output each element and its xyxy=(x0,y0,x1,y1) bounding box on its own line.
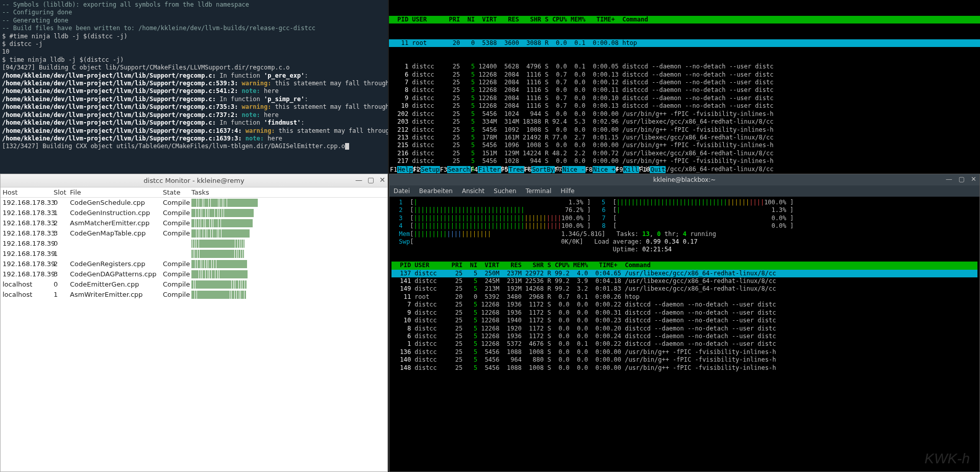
monitor-row[interactable]: 192.168.178.33 0 CodeGenSchedule.cpp Com… xyxy=(1,198,387,208)
menu-bearbeiten[interactable]: Bearbeiten xyxy=(419,187,453,195)
close-icon[interactable]: ✕ xyxy=(971,175,976,183)
col-slot[interactable]: Slot xyxy=(54,188,70,196)
maximize-icon[interactable]: ▢ xyxy=(368,176,374,184)
htop-row[interactable]: 148 distcc 25 5 5456 1088 1008 S 0.0 0.0… xyxy=(391,364,977,372)
fkey-F7[interactable]: F7 xyxy=(555,166,562,173)
monitor-row[interactable]: 192.168.178.33 1 CodeGenInstruction.cpp … xyxy=(1,208,387,218)
monitor-row[interactable]: localhost 1 AsmWriterEmitter.cpp Compile xyxy=(1,290,387,300)
terminal-window[interactable]: kkleine@blackbox:~ — ▢ ✕ DateiBearbeiten… xyxy=(389,174,980,472)
htop-top-pane[interactable]: PID USER PRI NI VIRT RES SHR S CPU% MEM%… xyxy=(389,0,980,174)
htop-row[interactable]: 11 root 20 0 5392 3480 2968 R 0.7 0.1 0:… xyxy=(391,293,977,301)
htop-row[interactable]: 215 distcc 25 5 5456 1096 1008 S 0.0 0.0… xyxy=(389,141,980,149)
monitor-row[interactable]: 192.168.178.33 3 CodeGenMapTable.cpp Com… xyxy=(1,228,387,239)
monitor-row[interactable]: 192.168.178.39 2 CodeGenRegisters.cpp Co… xyxy=(1,259,387,269)
htop-row[interactable]: 213 distcc 25 5 178M 161M 21492 R 77.0 2… xyxy=(389,134,980,141)
fkey-F1[interactable]: F1 xyxy=(390,166,397,173)
task-bar xyxy=(191,219,385,227)
task-bar xyxy=(191,209,385,217)
minimize-icon[interactable]: — xyxy=(355,176,362,184)
htop-row[interactable]: 203 distcc 25 5 334M 314M 18388 R 92.4 5… xyxy=(389,118,980,126)
task-bar xyxy=(191,291,385,299)
htop-row[interactable]: 1 distcc 25 5 12268 5372 4676 S 0.0 0.1 … xyxy=(391,340,977,348)
monitor-row[interactable]: 192.168.178.39 1 xyxy=(1,249,387,259)
htop-row[interactable]: 149 distcc 25 5 213M 192M 14268 R 99.2 3… xyxy=(391,285,977,293)
monitor-titlebar[interactable]: distcc Monitor - kkleine@remy — ▢ ✕ xyxy=(1,174,387,187)
htop-row[interactable]: 216 distcc 25 5 151M 129M 14224 R 48.2 2… xyxy=(389,150,980,157)
monitor-row[interactable]: 192.168.178.33 2 AsmMatcherEmitter.cpp C… xyxy=(1,218,387,228)
maximize-icon[interactable]: ▢ xyxy=(959,175,965,183)
menu-suchen[interactable]: Suchen xyxy=(494,187,516,195)
menu-ansicht[interactable]: Ansicht xyxy=(462,187,484,195)
task-bar xyxy=(191,199,385,207)
htop-row[interactable]: 8 distcc 25 5 12268 1920 1172 S 0.0 0.0 … xyxy=(391,325,977,333)
htop-selected-row[interactable]: 11 root 20 0 5388 3600 3088 R 0.0 0.1 0:… xyxy=(389,39,980,47)
fkey-F6[interactable]: F6 xyxy=(524,166,531,173)
fkey-F8[interactable]: F8 xyxy=(585,166,593,173)
col-tasks[interactable]: Tasks xyxy=(191,188,385,196)
htop-row[interactable]: 141 distcc 25 5 245M 231M 22536 R 99.2 3… xyxy=(391,277,977,285)
col-state[interactable]: State xyxy=(163,188,191,196)
task-bar xyxy=(191,260,385,268)
htop-row[interactable]: 140 distcc 25 5 5456 964 880 S 0.0 0.0 0… xyxy=(391,356,977,364)
fkey-F4[interactable]: F4 xyxy=(471,166,478,173)
htop-row[interactable]: 10 distcc 25 5 12268 1940 1172 S 0.0 0.0… xyxy=(391,317,977,324)
monitor-title: distcc Monitor - kkleine@remy xyxy=(143,177,244,184)
fkey-F10[interactable]: F10 xyxy=(639,166,650,173)
monitor-column-headers: Host Slot File State Tasks xyxy=(1,187,387,198)
terminal-body[interactable]: 1 [| 1.3% ] 5 [|||||||||||||||||||||||||… xyxy=(389,197,979,471)
htop-row[interactable]: 7 distcc 25 5 12268 2084 1116 S 0.7 0.0 … xyxy=(389,79,980,86)
task-bar xyxy=(191,270,385,278)
fkey-F2[interactable]: F2 xyxy=(413,166,420,173)
task-bar xyxy=(191,280,385,289)
htop-row[interactable]: 9 distcc 25 5 12268 1936 1172 S 0.0 0.0 … xyxy=(391,309,977,317)
monitor-row[interactable]: 192.168.178.39 3 CodeGenDAGPatterns.cpp … xyxy=(1,269,387,279)
menu-terminal[interactable]: Terminal xyxy=(526,187,552,195)
htop-header: PID USER PRI NI VIRT RES SHR S CPU% MEM%… xyxy=(391,262,977,269)
htop-header: PID USER PRI NI VIRT RES SHR S CPU% MEM%… xyxy=(389,16,980,23)
htop-function-keys: F1HelpF2SetupF3SearchF4FilterF5TreeF6Sor… xyxy=(389,166,980,174)
fkey-F3[interactable]: F3 xyxy=(440,166,447,173)
htop-selected-row[interactable]: 137 distcc 25 5 250M 237M 22972 R 99.2 4… xyxy=(391,270,977,277)
fkey-F9[interactable]: F9 xyxy=(616,166,623,173)
col-file[interactable]: File xyxy=(70,188,163,196)
menu-datei[interactable]: Datei xyxy=(394,187,410,195)
htop-row[interactable]: 212 distcc 25 5 5456 1092 1008 S 0.0 0.0… xyxy=(389,126,980,134)
col-host[interactable]: Host xyxy=(3,188,54,196)
distcc-monitor-window[interactable]: distcc Monitor - kkleine@remy — ▢ ✕ Host… xyxy=(0,174,388,472)
fkey-F5[interactable]: F5 xyxy=(501,166,508,173)
terminal-titlebar[interactable]: kkleine@blackbox:~ — ▢ ✕ xyxy=(389,174,979,185)
close-icon[interactable]: ✕ xyxy=(379,176,385,184)
build-terminal[interactable]: -- Symbols (liblldb): exporting all symb… xyxy=(0,0,388,174)
task-bar xyxy=(191,250,385,258)
htop-row[interactable]: 217 distcc 25 5 5456 1028 944 S 0.0 0.0 … xyxy=(389,157,980,165)
htop-row[interactable]: 8 distcc 25 5 12268 2084 1116 S 0.0 0.0 … xyxy=(389,86,980,94)
htop-row[interactable]: 6 distcc 25 5 12268 2084 1116 S 0.7 0.0 … xyxy=(389,71,980,79)
minimize-icon[interactable]: — xyxy=(946,175,952,183)
htop-row[interactable]: 202 distcc 25 5 5456 1024 944 S 0.0 0.0 … xyxy=(389,110,980,118)
monitor-row[interactable]: 192.168.178.39 0 xyxy=(1,239,387,249)
htop-row[interactable]: 7 distcc 25 5 12268 1936 1172 S 0.0 0.0 … xyxy=(391,301,977,309)
task-bar xyxy=(191,229,385,238)
htop-row[interactable]: 6 distcc 25 5 12268 1936 1172 S 0.0 0.0 … xyxy=(391,333,977,340)
htop-row[interactable]: 9 distcc 25 5 12268 2084 1116 S 0.7 0.0 … xyxy=(389,95,980,102)
menu-hilfe[interactable]: Hilfe xyxy=(560,187,574,195)
terminal-title: kkleine@blackbox:~ xyxy=(653,176,716,183)
task-bar xyxy=(191,240,385,248)
terminal-menubar[interactable]: DateiBearbeitenAnsichtSuchenTerminalHilf… xyxy=(389,185,979,197)
htop-row[interactable]: 1 distcc 25 5 12400 5628 4796 S 0.0 0.1 … xyxy=(389,63,980,70)
monitor-row[interactable]: localhost 0 CodeEmitterGen.cpp Compile xyxy=(1,279,387,290)
htop-row[interactable]: 136 distcc 25 5 5456 1088 1008 S 0.0 0.0… xyxy=(391,348,977,356)
htop-row[interactable]: 10 distcc 25 5 12268 2084 1116 S 0.7 0.0… xyxy=(389,102,980,110)
